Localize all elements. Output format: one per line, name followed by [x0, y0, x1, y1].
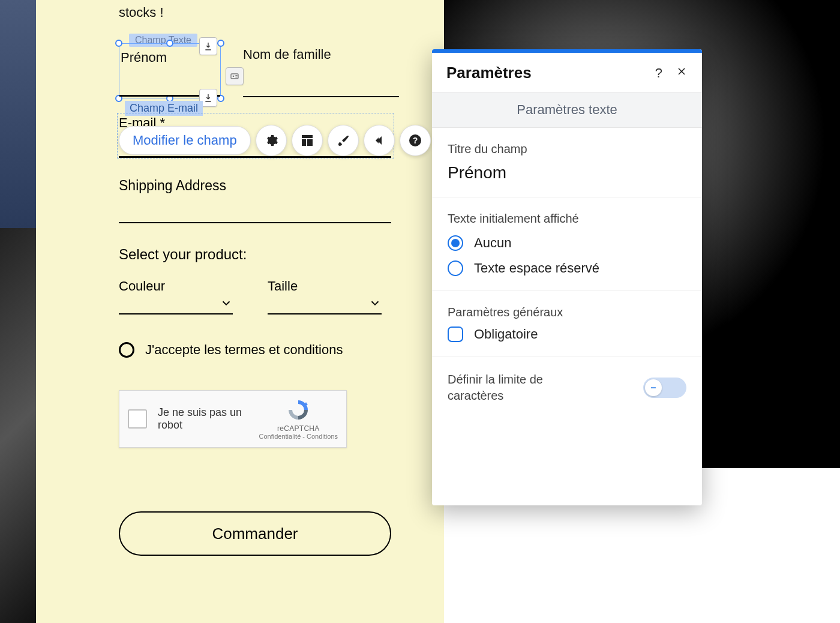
- field-title-value[interactable]: Prénom: [448, 163, 686, 182]
- panel-close-button[interactable]: [676, 65, 688, 81]
- background-left-image: [0, 228, 36, 623]
- panel-subhead: Paramètres texte: [432, 92, 702, 128]
- radio-option-placeholder[interactable]: Texte espace réservé: [448, 260, 686, 276]
- settings-gear-button[interactable]: [256, 125, 287, 156]
- animation-button[interactable]: [364, 125, 395, 156]
- svg-rect-3: [302, 139, 306, 146]
- terms-text: J'accepte les termes et conditions: [145, 342, 343, 358]
- svg-rect-0: [231, 74, 238, 79]
- resize-handle-icon[interactable]: [217, 40, 224, 47]
- lastname-field[interactable]: Nom de famille: [243, 47, 399, 97]
- checkbox-icon: [448, 327, 463, 342]
- section-char-limit: Définir la limite de caractères –: [432, 357, 702, 418]
- shipping-label: Shipping Address: [119, 178, 226, 194]
- char-limit-toggle[interactable]: –: [643, 378, 686, 398]
- size-dropdown[interactable]: Taille: [268, 280, 382, 315]
- form-canvas: stocks ! Champ Texte Prénom Nom de famil…: [36, 0, 444, 623]
- recaptcha-footer: Confidentialité - Conditions: [259, 433, 338, 440]
- field-toolbar: Modifier le champ ?: [119, 125, 431, 156]
- recaptcha-logo-icon: [286, 398, 310, 422]
- help-button[interactable]: ?: [400, 125, 431, 156]
- size-label: Taille: [268, 278, 298, 294]
- design-brush-button[interactable]: [328, 125, 359, 156]
- color-dropdown[interactable]: Couleur: [119, 280, 233, 315]
- id-card-icon[interactable]: [226, 67, 244, 85]
- terms-radio-icon[interactable]: [119, 342, 134, 358]
- section-general: Paramètres généraux Obligatoire: [432, 291, 702, 357]
- recaptcha-text: Je ne suis pas un robot: [158, 406, 248, 432]
- order-button[interactable]: Commander: [119, 511, 391, 556]
- radio-none-label: Aucun: [474, 235, 511, 251]
- chevron-down-icon: [368, 296, 382, 310]
- required-label: Obligatoire: [474, 327, 538, 342]
- order-button-label: Commander: [212, 525, 298, 543]
- svg-point-1: [233, 76, 235, 77]
- recaptcha-branding: reCAPTCHA Confidentialité - Conditions: [259, 398, 338, 440]
- firstname-label: Prénom: [121, 50, 167, 65]
- terms-checkbox-row[interactable]: J'accepte les termes et conditions: [119, 342, 343, 358]
- resize-handle-icon[interactable]: [166, 40, 173, 47]
- panel-title: Paramètres: [446, 64, 532, 82]
- layout-button[interactable]: [292, 125, 323, 156]
- radio-option-none[interactable]: Aucun: [448, 235, 686, 251]
- settings-panel: Paramètres ? Paramètres texte Titre du c…: [432, 49, 702, 505]
- lastname-label: Nom de famille: [243, 47, 399, 62]
- general-label: Paramètres généraux: [448, 305, 686, 319]
- email-underline: [119, 156, 391, 158]
- svg-rect-2: [302, 135, 313, 138]
- field-title-label: Titre du champ: [448, 142, 686, 156]
- char-limit-label: Définir la limite de caractères: [448, 372, 586, 404]
- select-product-title: Select your product:: [119, 246, 247, 263]
- edit-field-button[interactable]: Modifier le champ: [119, 126, 251, 155]
- radio-icon: [448, 235, 463, 251]
- intro-text: stocks !: [119, 5, 164, 20]
- section-initial-text: Texte initialement affiché Aucun Texte e…: [432, 197, 702, 291]
- radio-icon: [448, 260, 463, 276]
- lastname-input[interactable]: [243, 73, 399, 97]
- svg-text:?: ?: [412, 136, 418, 145]
- initial-text-label: Texte initialement affiché: [448, 212, 686, 226]
- panel-help-icon[interactable]: ?: [655, 65, 662, 81]
- shipping-input-line[interactable]: [119, 222, 391, 223]
- radio-placeholder-label: Texte espace réservé: [474, 260, 599, 276]
- chevron-down-icon: [220, 296, 233, 310]
- section-field-title: Titre du champ Prénom: [432, 128, 702, 197]
- recaptcha-widget[interactable]: Je ne suis pas un robot reCAPTCHA Confid…: [119, 390, 347, 448]
- toggle-knob-icon: –: [645, 379, 662, 396]
- resize-handle-icon[interactable]: [115, 40, 122, 47]
- download-icon[interactable]: [199, 37, 217, 55]
- color-label: Couleur: [119, 278, 165, 294]
- background-left-strip: [0, 0, 36, 228]
- recaptcha-checkbox[interactable]: [128, 409, 147, 429]
- svg-rect-4: [307, 139, 313, 146]
- required-checkbox-row[interactable]: Obligatoire: [448, 327, 686, 342]
- recaptcha-brand: reCAPTCHA: [259, 424, 338, 433]
